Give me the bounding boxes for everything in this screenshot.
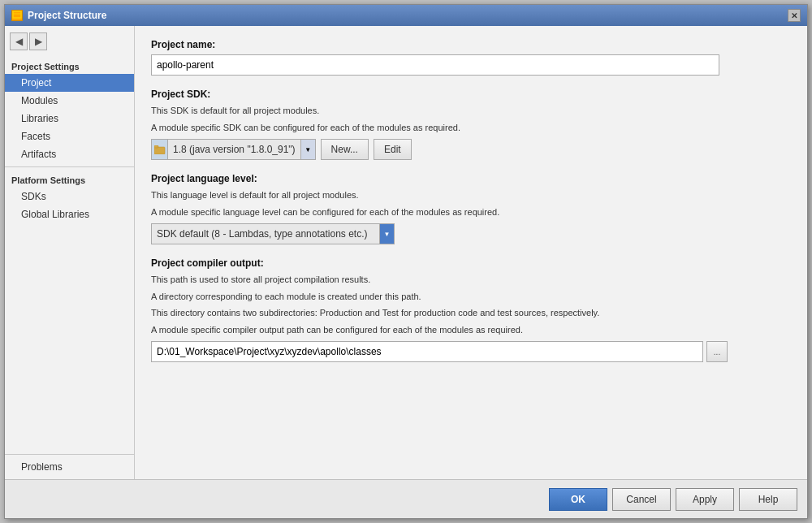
sidebar: ◀ ▶ Project Settings Project Modules Lib…	[5, 26, 135, 479]
compiler-row: ...	[151, 341, 791, 362]
forward-button[interactable]: ▶	[29, 32, 47, 50]
project-compiler-section: Project compiler output: This path is us…	[151, 257, 791, 362]
project-compiler-desc3: This directory contains two subdirectori…	[151, 306, 791, 320]
content-area: ◀ ▶ Project Settings Project Modules Lib…	[5, 26, 807, 479]
sidebar-bottom-separator	[5, 454, 134, 455]
ok-button[interactable]: OK	[549, 488, 607, 511]
svg-rect-3	[154, 145, 158, 148]
lang-dropdown-arrow: ▼	[379, 224, 394, 244]
sdk-folder-icon	[152, 140, 168, 159]
sidebar-item-facets[interactable]: Facets	[5, 128, 134, 145]
sidebar-item-problems[interactable]: Problems	[5, 458, 134, 476]
project-settings-header: Project Settings	[5, 57, 134, 74]
compiler-path-input[interactable]	[151, 341, 703, 362]
bottom-bar: OK Cancel Apply Help	[5, 479, 807, 518]
svg-rect-0	[13, 11, 21, 18]
sdk-dropdown-arrow: ▼	[300, 140, 315, 159]
sidebar-item-modules[interactable]: Modules	[5, 92, 134, 110]
sdk-value-text: 1.8 (java version "1.8.0_91")	[168, 144, 300, 155]
sidebar-item-project[interactable]: Project	[5, 74, 134, 92]
cancel-button[interactable]: Cancel	[612, 488, 671, 511]
sdk-row: 1.8 (java version "1.8.0_91") ▼ New... E…	[151, 139, 791, 160]
nav-buttons: ◀ ▶	[5, 29, 134, 54]
project-structure-dialog: Project Structure ✕ ◀ ▶ Project Settings…	[4, 4, 808, 519]
sdk-dropdown[interactable]: 1.8 (java version "1.8.0_91") ▼	[151, 139, 316, 160]
project-sdk-desc2: A module specific SDK can be configured …	[151, 121, 791, 135]
lang-value-text: SDK default (8 - Lambdas, type annotatio…	[152, 228, 379, 240]
project-lang-desc2: A module specific language level can be …	[151, 205, 791, 219]
project-lang-desc1: This language level is default for all p…	[151, 188, 791, 202]
back-button[interactable]: ◀	[10, 32, 28, 50]
project-sdk-section: Project SDK: This SDK is default for all…	[151, 89, 791, 160]
sdk-new-button[interactable]: New...	[321, 139, 369, 160]
title-bar: Project Structure ✕	[5, 5, 807, 26]
project-compiler-desc1: This path is used to store all project c…	[151, 273, 791, 287]
sidebar-item-global-libraries[interactable]: Global Libraries	[5, 205, 134, 223]
sidebar-item-libraries[interactable]: Libraries	[5, 110, 134, 128]
project-compiler-label: Project compiler output:	[151, 257, 791, 269]
project-name-label: Project name:	[151, 39, 791, 50]
help-button[interactable]: Help	[739, 488, 797, 511]
window-title: Project Structure	[28, 10, 106, 21]
platform-settings-header: Platform Settings	[5, 171, 134, 188]
main-content: Project name: Project SDK: This SDK is d…	[135, 26, 807, 479]
close-button[interactable]: ✕	[788, 9, 801, 22]
project-name-section: Project name:	[151, 39, 791, 76]
lang-dropdown[interactable]: SDK default (8 - Lambdas, type annotatio…	[151, 223, 395, 244]
lang-row: SDK default (8 - Lambdas, type annotatio…	[151, 223, 791, 244]
project-compiler-desc4: A module specific compiler output path c…	[151, 323, 791, 337]
project-compiler-desc2: A directory corresponding to each module…	[151, 290, 791, 304]
apply-button[interactable]: Apply	[676, 488, 734, 511]
title-bar-left: Project Structure	[11, 10, 106, 21]
project-sdk-label: Project SDK:	[151, 89, 791, 100]
browse-button[interactable]: ...	[706, 341, 728, 362]
project-lang-section: Project language level: This language le…	[151, 173, 791, 244]
sidebar-separator	[5, 166, 134, 167]
sidebar-item-artifacts[interactable]: Artifacts	[5, 145, 134, 163]
sdk-edit-button[interactable]: Edit	[374, 139, 412, 160]
project-lang-label: Project language level:	[151, 173, 791, 184]
sidebar-item-sdks[interactable]: SDKs	[5, 188, 134, 205]
window-icon	[11, 10, 23, 21]
svg-rect-2	[154, 147, 165, 154]
project-name-input[interactable]	[151, 54, 719, 76]
project-sdk-desc1: This SDK is default for all project modu…	[151, 104, 791, 118]
